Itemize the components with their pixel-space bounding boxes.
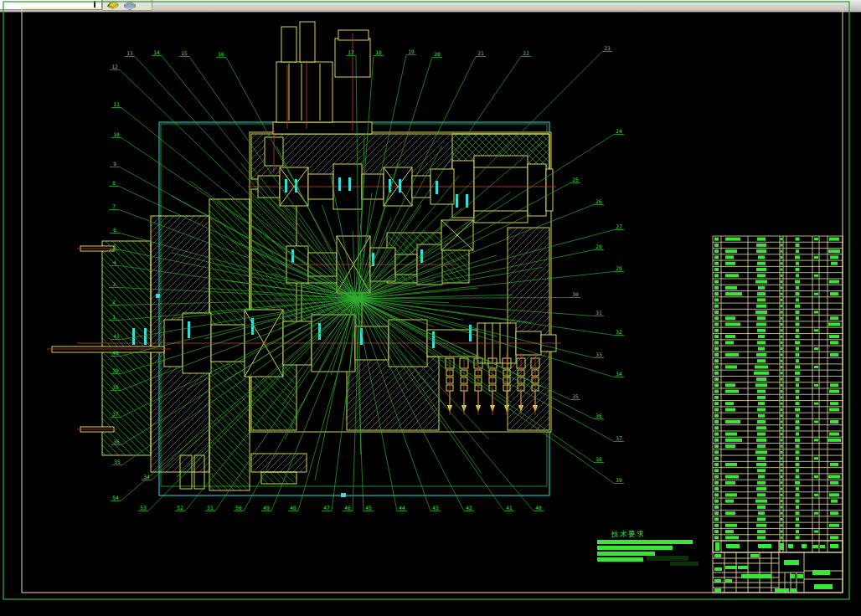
bom-table — [713, 236, 843, 552]
bom-row — [714, 530, 818, 533]
callout-label: 11 — [113, 101, 120, 107]
callout-label: 36 — [595, 413, 602, 418]
callout-label: 1 — [112, 314, 116, 320]
callout-label: 12 — [111, 64, 118, 69]
bom-row — [714, 311, 818, 314]
callout-label: 32 — [616, 329, 622, 335]
bom-row — [714, 274, 818, 277]
title-block-entry — [725, 579, 732, 583]
tech-req-line — [597, 540, 693, 544]
bom-row — [714, 433, 839, 436]
title-block-entry — [741, 574, 771, 578]
callout-label: 46 — [344, 505, 351, 511]
callout-label: 35 — [572, 393, 579, 399]
callout-label: 37 — [112, 411, 119, 417]
callout-label: 43 — [432, 505, 439, 511]
tech-req-line — [597, 552, 655, 556]
bom-row — [714, 280, 839, 284]
grip-bottom[interactable] — [341, 493, 346, 497]
callout-label: 41 — [506, 505, 513, 511]
callout-label: 7 — [112, 203, 116, 209]
callout-label: 35 — [114, 459, 121, 465]
callout-label: 44 — [399, 505, 405, 511]
bom-row — [714, 255, 838, 259]
title-block-entry — [814, 584, 833, 589]
bom-row — [714, 365, 818, 368]
callout-label: 25 — [572, 177, 579, 182]
callout-label: 5 — [113, 244, 116, 249]
callout-label: 49 — [263, 505, 270, 511]
callout-label: 34 — [616, 371, 622, 377]
bom-row — [714, 341, 838, 344]
callout-label: 29 — [616, 265, 622, 271]
callout-label: 18 — [375, 49, 382, 55]
title-block-entry — [714, 588, 721, 592]
callout-label: 34 — [143, 474, 150, 480]
title-block-entry — [812, 570, 830, 575]
title-block-entry — [750, 554, 759, 557]
bom-row — [714, 420, 838, 424]
callout-label: 50 — [235, 505, 242, 511]
bom-row — [714, 511, 838, 515]
callout-label: 30 — [572, 291, 579, 297]
title-block-entry — [780, 588, 785, 592]
callout-label: 39 — [112, 367, 119, 373]
callout-label: 27 — [616, 223, 622, 229]
callout-label: 3 — [112, 281, 116, 287]
title-block-entry — [790, 574, 795, 578]
callout-label: 45 — [365, 505, 372, 511]
callout-label: 40 — [535, 505, 542, 511]
tech-req-line — [597, 557, 643, 562]
callout-label: 38 — [112, 384, 119, 390]
bom-row — [714, 292, 838, 295]
callout-label: 14 — [153, 49, 160, 55]
title-block-entry — [797, 574, 803, 578]
callout-label: 42 — [466, 505, 472, 511]
callout-label: 4 — [113, 259, 116, 265]
callout-label: 39 — [616, 477, 622, 483]
callout-label: 47 — [323, 505, 330, 511]
callout-label: 15 — [181, 50, 188, 56]
callout-label: 31 — [595, 310, 602, 316]
cad-window: 1213141516171819202122231110987654321414… — [0, 0, 861, 616]
bom-row — [714, 329, 818, 332]
tech-req-title: 技术要求 — [611, 530, 645, 538]
title-block-entry — [785, 588, 789, 592]
bom-row — [714, 249, 840, 253]
callout-label: 33 — [595, 352, 602, 357]
bom-row — [714, 463, 838, 466]
technical-requirements: 技术要求 — [597, 530, 699, 566]
callout-label: 16 — [218, 51, 224, 57]
bom-row — [714, 493, 839, 496]
callout-label: 2 — [112, 299, 116, 305]
callout-label: 8 — [112, 180, 116, 186]
title-block-text — [714, 554, 833, 592]
title-block-entry — [784, 560, 799, 565]
callout-label: 22 — [523, 50, 529, 56]
callout-label: 38 — [595, 456, 602, 462]
bom-row — [714, 402, 838, 405]
callout-label: 36 — [113, 439, 120, 444]
drawing-canvas[interactable]: 1213141516171819202122231110987654321414… — [0, 0, 861, 604]
title-block-entry — [714, 554, 721, 557]
callout-label: 10 — [113, 131, 120, 137]
bom-row — [714, 439, 841, 442]
bom-row — [714, 536, 838, 539]
callout-label: 28 — [595, 244, 602, 249]
bom-row — [714, 475, 840, 479]
callout-label: 37 — [616, 435, 622, 441]
bom-row — [714, 316, 838, 320]
bom-row — [714, 347, 818, 351]
callout-label: 52 — [177, 505, 183, 511]
title-block-entry — [714, 579, 721, 583]
bom-row — [714, 305, 800, 308]
callout-label: 9 — [113, 161, 116, 167]
bom-row — [714, 524, 839, 527]
callout-label: 23 — [604, 45, 611, 51]
bom-row — [714, 408, 839, 411]
callout-label: 13 — [126, 50, 133, 56]
callout-label: 6 — [113, 227, 116, 233]
bom-row — [714, 353, 838, 357]
callout-label: 51 — [207, 505, 214, 511]
callout-label: 40 — [112, 350, 119, 356]
